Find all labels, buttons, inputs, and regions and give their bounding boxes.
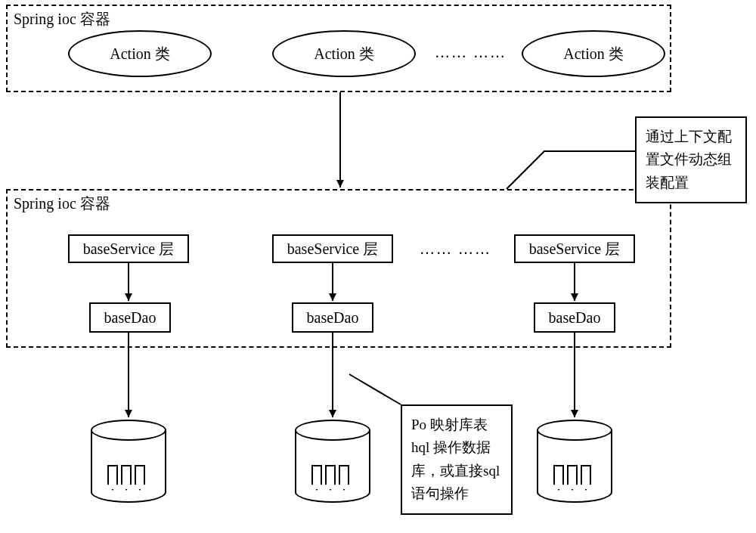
action-class-label-1: Action 类 — [110, 44, 169, 64]
context-config-note: 通过上下文配置文件动态组装配置 — [635, 116, 747, 203]
top-panel-label: Spring ioc 容器 — [14, 9, 110, 29]
base-service-box-3: baseService 层 — [514, 234, 635, 263]
action-class-node-3: Action 类 — [522, 30, 665, 77]
bottom-panel-label: Spring ioc 容器 — [14, 194, 110, 214]
po-mapping-note-text: Po 映射库表hql 操作数据库，或直接sql 语句操作 — [411, 417, 500, 501]
action-class-label-3: Action 类 — [563, 44, 623, 64]
top-ellipsis: …… …… — [435, 44, 507, 61]
bottom-ellipsis: …… …… — [420, 240, 491, 258]
base-service-label-1: baseService 层 — [83, 239, 175, 259]
context-config-note-text: 通过上下文配置文件动态组装配置 — [646, 129, 732, 191]
base-dao-box-3: baseDao — [534, 302, 615, 333]
database-icon-2 — [295, 420, 370, 503]
base-dao-box-2: baseDao — [292, 302, 373, 333]
action-class-node-2: Action 类 — [272, 30, 416, 77]
base-service-box-2: baseService 层 — [272, 234, 393, 263]
base-service-label-2: baseService 层 — [287, 239, 379, 259]
action-class-label-2: Action 类 — [314, 44, 373, 64]
base-dao-label-1: baseDao — [104, 309, 156, 327]
base-dao-box-1: baseDao — [89, 302, 171, 333]
po-mapping-note: Po 映射库表hql 操作数据库，或直接sql 语句操作 — [401, 404, 513, 515]
base-service-label-3: baseService 层 — [529, 239, 621, 259]
diagram-stage: Spring ioc 容器 Action 类 Action 类 …… …… Ac… — [0, 0, 756, 533]
base-dao-label-2: baseDao — [307, 309, 359, 327]
base-service-box-1: baseService 层 — [68, 234, 189, 263]
action-class-node-1: Action 类 — [68, 30, 212, 77]
database-icon-1 — [91, 420, 166, 503]
base-dao-label-3: baseDao — [549, 309, 601, 327]
database-icon-3 — [537, 420, 612, 503]
